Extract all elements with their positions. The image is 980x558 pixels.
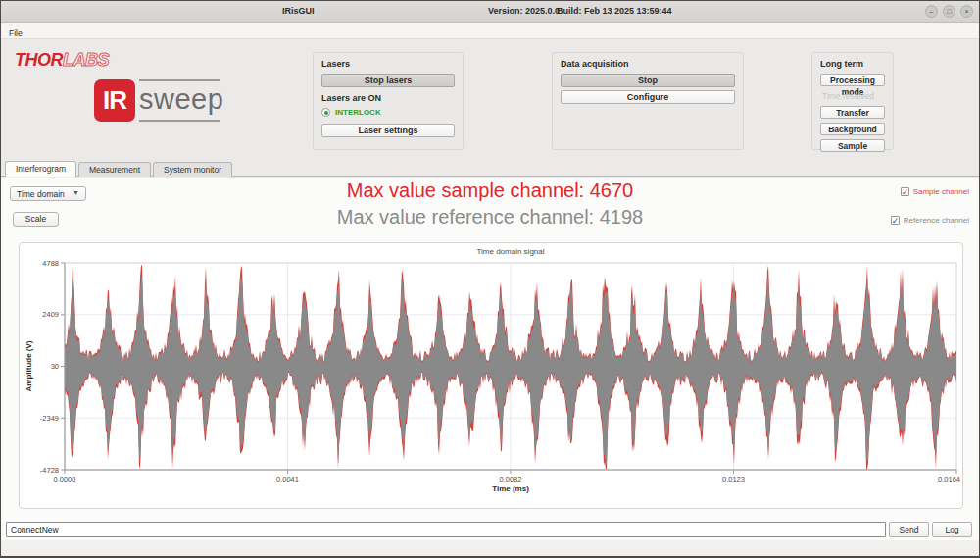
sample-channel-label: Sample channel — [913, 187, 969, 196]
sample-channel-checkbox[interactable]: Sample channel — [901, 187, 969, 196]
max-reference-value: 4198 — [600, 206, 644, 228]
version-label: Version: 2025.0.0 — [488, 6, 560, 16]
tab-system-monitor[interactable]: System monitor — [153, 162, 232, 177]
lasers-group: Lasers Stop lasers Lasers are ON INTERLO… — [313, 52, 464, 150]
background-button[interactable]: Background — [820, 123, 885, 135]
window-controls: – □ × — [925, 5, 973, 18]
data-acquisition-group-title: Data acquisition — [561, 59, 735, 69]
svg-text:Time domain signal: Time domain signal — [476, 247, 544, 256]
irsweep-logo-text: sweep — [139, 79, 220, 122]
svg-text:-2349: -2349 — [40, 414, 59, 423]
time-domain-chart-panel: 4788240930-2349-47280.00000.00410.00820.… — [19, 242, 963, 509]
reference-channel-label: Reference channel — [904, 216, 969, 225]
tab-bar: Interferogram Measurement System monitor — [1, 160, 979, 177]
svg-text:30: 30 — [51, 362, 59, 371]
window-title: IRisGUI — [282, 6, 315, 16]
tab-interferogram[interactable]: Interferogram — [5, 161, 76, 177]
laser-settings-button[interactable]: Laser settings — [321, 124, 455, 137]
title-bar: IRisGUI Version: 2025.0.0 Build: Feb 13 … — [1, 1, 979, 23]
app-window: IRisGUI Version: 2025.0.0 Build: Feb 13 … — [0, 0, 980, 558]
interlock-row: INTERLOCK — [321, 108, 455, 117]
svg-text:4788: 4788 — [42, 259, 59, 268]
lasers-group-title: Lasers — [321, 59, 455, 69]
minimize-icon[interactable]: – — [925, 5, 938, 18]
lasers-status-text: Lasers are ON — [321, 93, 455, 103]
interferogram-panel: Time domain ▼ Scale Max value sample cha… — [1, 178, 979, 556]
close-icon[interactable]: × — [960, 5, 973, 18]
max-sample-readout: Max value sample channel: 4670 — [1, 179, 979, 202]
sample-button[interactable]: Sample — [820, 139, 885, 152]
thorlabs-logo-labs: LABS — [63, 50, 109, 70]
svg-text:0.0123: 0.0123 — [722, 475, 745, 483]
svg-text:-4728: -4728 — [40, 466, 59, 475]
checkbox-icon — [891, 216, 900, 225]
svg-text:0.0041: 0.0041 — [276, 475, 299, 483]
command-input[interactable] — [6, 522, 886, 537]
thorlabs-logo-thor: THOR — [15, 50, 63, 70]
menu-bar: File — [1, 23, 979, 39]
irsweep-logo-icon: IR — [94, 79, 135, 122]
svg-text:0.0164: 0.0164 — [938, 475, 960, 483]
daq-stop-button[interactable]: Stop — [561, 74, 735, 87]
time-domain-waveform-chart: 4788240930-2349-47280.00000.00410.00820.… — [20, 243, 962, 508]
svg-text:2409: 2409 — [42, 310, 59, 319]
long-term-group-title: Long term — [820, 59, 885, 69]
max-reference-label: Max value reference channel: — [337, 206, 594, 228]
max-reference-readout: Max value reference channel: 4198 — [1, 206, 979, 228]
time-resolved-label: Time resolved — [822, 91, 885, 101]
top-section: THORLABS IR sweep Lasers Stop lasers Las… — [1, 39, 979, 160]
daq-configure-button[interactable]: Configure — [561, 90, 735, 104]
stop-lasers-button[interactable]: Stop lasers — [321, 74, 455, 87]
processing-mode-button[interactable]: Processing mode — [820, 74, 885, 86]
reference-channel-checkbox[interactable]: Reference channel — [891, 216, 969, 225]
max-sample-value: 4670 — [590, 179, 634, 201]
maximize-icon[interactable]: □ — [943, 5, 956, 18]
send-button[interactable]: Send — [889, 522, 929, 537]
checkbox-icon — [901, 187, 909, 196]
max-sample-label: Max value sample channel: — [347, 179, 584, 201]
interlock-led-icon — [321, 108, 330, 117]
svg-text:Time (ms): Time (ms) — [492, 484, 529, 493]
svg-text:Amplitude (V): Amplitude (V) — [24, 340, 33, 391]
interlock-label: INTERLOCK — [335, 108, 381, 117]
transfer-button[interactable]: Transfer — [820, 106, 885, 119]
svg-text:0.0082: 0.0082 — [500, 475, 522, 483]
thorlabs-logo: THORLABS — [15, 50, 109, 71]
svg-text:0.0000: 0.0000 — [54, 475, 76, 483]
bottom-strip — [1, 540, 979, 556]
long-term-group: Long term Processing mode Time resolved … — [811, 52, 894, 150]
build-label: Build: Feb 13 2025 13:59:44 — [557, 6, 672, 16]
data-acquisition-group: Data acquisition Stop Configure — [552, 52, 744, 150]
log-button[interactable]: Log — [932, 522, 972, 537]
tab-measurement[interactable]: Measurement — [78, 162, 151, 177]
